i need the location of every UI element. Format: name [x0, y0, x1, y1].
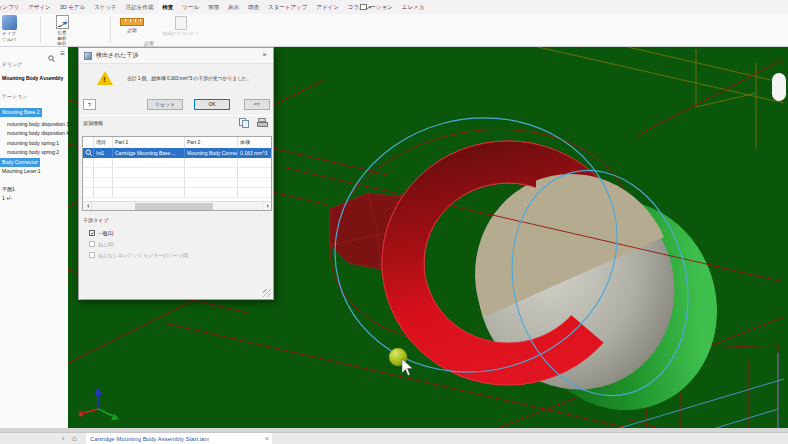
tab-design[interactable]: デザイン — [25, 0, 54, 14]
tab-environments[interactable]: 環境 — [245, 0, 262, 14]
empty-table-row — [83, 158, 271, 168]
table-header-volume: 体積 — [238, 137, 271, 148]
dialog-title-bar[interactable]: 検出された干渉 × — [79, 48, 273, 64]
interference-table: 項目 Part 1 Part 2 体積 Int1 Cartridge Mount… — [82, 136, 272, 211]
additional-info-label: 追加情報 — [83, 120, 103, 126]
chevron-down-icon: ▾ — [369, 4, 372, 10]
contact-solver-button[interactable]: ティブ ソルバ — [0, 15, 32, 42]
close-icon[interactable]: × — [262, 50, 267, 59]
tab-3d-model[interactable]: 3D モデル — [57, 0, 88, 14]
application-window: アセンブリ デザイン 3D モデル スケッチ 注記を作成 検査 ツール 管理 表… — [0, 0, 788, 444]
checkbox-general[interactable]: ✓ — [89, 230, 95, 236]
document-tab-label: Cartridge Mounting Body Assembly Start.i… — [86, 436, 209, 442]
browser-view-mode[interactable]: デリング — [2, 60, 22, 69]
tab-assembly[interactable]: アセンブリ — [0, 0, 22, 14]
reset-button[interactable]: リセット — [147, 99, 183, 110]
tab-add-ins[interactable]: アドイン — [313, 0, 342, 14]
browser-representations[interactable]: テーション — [2, 92, 27, 101]
group-label-measure: 計測 — [114, 41, 184, 46]
warning-exclamation: ! — [103, 75, 106, 84]
tab-tools[interactable]: ツール — [179, 0, 202, 14]
tolerance-analysis-button[interactable]: 公差 解析 — [44, 15, 80, 41]
close-icon[interactable]: × — [265, 435, 272, 442]
magnifier-icon — [83, 148, 94, 157]
measure-label: 計測 — [114, 28, 150, 34]
dialog-separator — [81, 115, 273, 116]
group-label-analysis: 解析 — [44, 41, 80, 46]
horizontal-scrollbar[interactable] — [83, 201, 271, 210]
tab-annotate[interactable]: 注記を作成 — [123, 0, 157, 14]
region-properties-button: 領域のプロパティ — [152, 15, 210, 37]
interference-type-label: 干渉タイプ — [83, 217, 108, 223]
cell-part2: Mounting Body Connector:1 — [185, 148, 238, 157]
tab-view[interactable]: 表示 — [225, 0, 242, 14]
browser-item-spring-1[interactable]: mounting body spring:1 — [7, 139, 59, 148]
cell-volume: 0.163 mm^3 — [238, 148, 271, 157]
contact-solver-icon — [2, 15, 17, 30]
browser-item-disposition-4[interactable]: mounting body disposition 4:1 — [7, 129, 73, 138]
ribbon: アセンブリ デザイン 3D モデル スケッチ 注記を作成 検査 ツール 管理 表… — [0, 0, 788, 47]
print-icon[interactable] — [257, 118, 269, 128]
cell-item: Int1 — [94, 148, 113, 157]
region-properties-label: 領域のプロパティ — [152, 31, 210, 37]
scroll-left-arrow[interactable] — [83, 202, 92, 210]
menu-icon[interactable]: ≡ — [60, 48, 65, 59]
browser-item-body-connector[interactable]: Body Connector — [0, 158, 40, 167]
table-header-row: 項目 Part 1 Part 2 体積 — [83, 137, 271, 148]
dialog-message: 合計 1 個、総体積 0.163 mm^3 の干渉が見つかりました。 — [127, 75, 269, 81]
measure-button[interactable]: 計測 — [114, 15, 150, 34]
browser-item-disposition-3[interactable]: mounting body disposition 3:1 — [7, 120, 73, 129]
resize-grip[interactable] — [263, 289, 271, 297]
browser-item-plane[interactable]: 平面1 — [2, 185, 15, 194]
interference-dialog: 検出された干渉 × ! 合計 1 個、総体積 0.163 mm^3 の干渉が見つ… — [78, 47, 274, 300]
copy-icon[interactable] — [239, 118, 251, 128]
collapse-button[interactable]: << — [244, 99, 270, 110]
browser-item-mounting-lever[interactable]: Mounting Lever:1 — [2, 167, 41, 176]
table-header-part1: Part 1 — [113, 137, 185, 148]
tab-manage[interactable]: 管理 — [205, 0, 222, 14]
checkbox-thread-label: ねじ(0) — [98, 241, 113, 247]
empty-table-row — [83, 178, 271, 188]
ok-button[interactable]: OK — [194, 99, 230, 110]
document-tab-bar: › ⌂ Cartridge Mounting Body Assembly Sta… — [0, 432, 788, 444]
checkbox-row-thread: ねじ(0) — [89, 240, 113, 248]
model-browser-panel: ≡ デリング Mounting Body Assembly テーション Moun… — [0, 47, 68, 428]
scrollbar-thumb[interactable] — [135, 203, 213, 210]
navbar-fragment — [772, 73, 786, 101]
browser-item-spring-2[interactable]: mounting body spring:2 — [7, 148, 59, 157]
ruler-icon — [120, 18, 144, 26]
document-tab[interactable]: Cartridge Mounting Body Assembly Start.i… — [86, 433, 272, 444]
ribbon-display-toggle[interactable]: ▾ — [360, 0, 372, 14]
checkbox-content-center-label: ねじなしコンテンツ センターのパーツ(0) — [98, 252, 188, 258]
table-header-item: 項目 — [94, 137, 113, 148]
dialog-title: 検出された干渉 — [96, 51, 138, 60]
cell-part1: Cartridge Mounting Base ... — [113, 148, 185, 157]
checkbox-thread — [89, 241, 95, 247]
olive-wireframe — [538, 47, 784, 149]
contact-solver-label-2: ソルバ — [0, 37, 32, 43]
table-header-part2: Part 2 — [185, 137, 238, 148]
table-header-icon-col — [83, 137, 94, 148]
ribbon-body: ティブ ソルバ 公差 解析 計測 領域のプロパティ 解析 計測 — [0, 14, 788, 46]
table-row[interactable]: Int1 Cartridge Mounting Base ... Mountin… — [83, 148, 271, 158]
scroll-right-arrow[interactable] — [262, 202, 271, 210]
region-properties-icon — [175, 16, 187, 30]
ribbon-separator — [40, 16, 41, 43]
tab-overflow-chevron[interactable]: › — [62, 433, 64, 444]
browser-item-mounting-base[interactable]: Mounting Base 2 — [0, 108, 42, 117]
axes-triad-icon — [79, 387, 119, 421]
home-icon[interactable]: ⌂ — [72, 433, 77, 444]
checkbox-row-content-center: ねじなしコンテンツ センターのパーツ(0) — [89, 251, 188, 259]
browser-assembly-root[interactable]: Mounting Body Assembly — [2, 74, 63, 83]
tolerance-analysis-icon — [56, 15, 69, 29]
tab-get-started[interactable]: スタートアップ — [265, 0, 310, 14]
tab-electromechanical[interactable]: エレメカ — [399, 0, 428, 14]
search-icon[interactable] — [48, 49, 55, 67]
help-button[interactable]: ? — [83, 99, 96, 110]
tab-inspect[interactable]: 検査 — [159, 0, 176, 14]
panel-icon — [360, 4, 367, 10]
checkbox-row-general: ✓ 一般(1) — [89, 229, 113, 237]
checkbox-content-center — [89, 252, 95, 258]
tab-sketch[interactable]: スケッチ — [91, 0, 120, 14]
browser-item-feature[interactable]: 1 +/- — [2, 194, 12, 203]
